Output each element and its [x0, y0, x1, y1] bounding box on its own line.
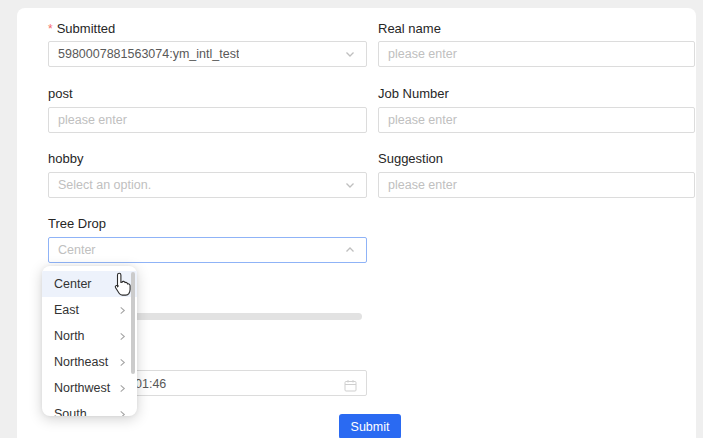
chevron-right-icon	[118, 353, 127, 371]
tree-dropdown-item-northwest[interactable]: Northwest	[42, 375, 137, 401]
chevron-down-icon	[344, 48, 356, 60]
chevron-up-icon	[344, 244, 356, 256]
hobby-label: hobby	[48, 152, 83, 166]
hobby-select[interactable]: Select an option.	[48, 172, 367, 198]
chevron-right-icon	[118, 405, 127, 416]
tree-dropdown-item-north[interactable]: North	[42, 323, 137, 349]
tree-dropdown-item-northeast[interactable]: Northeast	[42, 349, 137, 375]
post-label: post	[48, 87, 73, 101]
real-name-field-wrap	[378, 41, 695, 67]
form-card: *Submitted 5980007881563074:ym_intl_test…	[17, 8, 696, 438]
calendar-icon	[344, 378, 357, 391]
chevron-down-icon	[344, 179, 356, 191]
hobby-select-placeholder: Select an option.	[58, 178, 151, 192]
tree-drop-placeholder: Center	[58, 243, 96, 257]
submit-button[interactable]: Submit	[339, 414, 401, 438]
chevron-right-icon	[118, 301, 127, 319]
real-name-label: Real name	[378, 22, 441, 36]
submitted-label: *Submitted	[48, 22, 115, 36]
job-number-label: Job Number	[378, 87, 449, 101]
chevron-right-icon	[118, 275, 127, 293]
chevron-right-icon	[118, 327, 127, 345]
submitted-select-value: 5980007881563074:ym_intl_test	[58, 47, 239, 61]
post-field-wrap	[48, 107, 367, 133]
suggestion-label: Suggestion	[378, 152, 443, 166]
tree-drop-label: Tree Drop	[48, 217, 106, 231]
job-number-field-wrap	[378, 107, 695, 133]
suggestion-field-wrap	[378, 172, 695, 198]
tree-dropdown-item-center[interactable]: Center	[42, 271, 137, 297]
required-asterisk: *	[48, 22, 53, 36]
job-number-input[interactable]	[379, 108, 694, 132]
real-name-input[interactable]	[379, 42, 694, 66]
submitted-select[interactable]: 5980007881563074:ym_intl_test	[48, 41, 367, 67]
dropdown-scrollbar-thumb[interactable]	[131, 272, 135, 374]
page: *Submitted 5980007881563074:ym_intl_test…	[0, 0, 703, 438]
tree-dropdown-panel: Center East North Northeast Northwest So…	[42, 266, 137, 416]
post-input[interactable]	[49, 108, 366, 132]
tree-dropdown-item-east[interactable]: East	[42, 297, 137, 323]
tree-dropdown-item-south[interactable]: South	[42, 401, 137, 416]
datetime-value: 01:46	[135, 371, 166, 397]
suggestion-input[interactable]	[379, 173, 694, 197]
chevron-right-icon	[118, 379, 127, 397]
tree-drop-select[interactable]: Center	[48, 237, 367, 263]
